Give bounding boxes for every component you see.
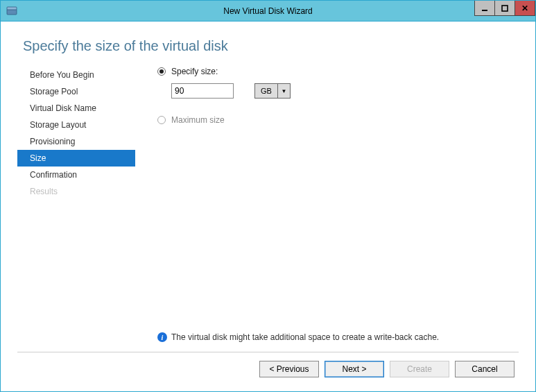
close-button[interactable]: ✕: [515, 1, 535, 16]
footer-separator: [17, 352, 519, 352]
unit-dropdown[interactable]: GB ▼: [254, 83, 291, 99]
svg-rect-1: [7, 7, 17, 10]
next-button[interactable]: Next >: [325, 361, 384, 377]
svg-rect-3: [502, 6, 508, 11]
sidebar-item-storage-pool[interactable]: Storage Pool: [17, 83, 135, 100]
sidebar-item-virtual-disk-name[interactable]: Virtual Disk Name: [17, 100, 135, 117]
sidebar-item-before-you-begin[interactable]: Before You Begin: [17, 67, 135, 83]
unit-label: GB: [254, 83, 278, 99]
sidebar-item-size[interactable]: Size: [17, 150, 135, 167]
titlebar[interactable]: New Virtual Disk Wizard ✕: [1, 1, 535, 22]
wizard-body: Before You Begin Storage Pool Virtual Di…: [17, 67, 519, 348]
info-icon: i: [157, 332, 167, 342]
size-input-row: GB ▼: [171, 83, 519, 99]
page-title: Specify the size of the virtual disk: [23, 38, 519, 54]
cancel-button[interactable]: Cancel: [455, 361, 515, 377]
close-icon: ✕: [521, 3, 528, 13]
sidebar-item-results: Results: [17, 183, 135, 200]
option-specify-size[interactable]: Specify size:: [157, 67, 519, 76]
radio-icon: [157, 116, 166, 124]
sidebar-item-storage-layout[interactable]: Storage Layout: [17, 117, 135, 133]
window-title: New Virtual Disk Wizard: [1, 6, 535, 16]
info-message: i The virtual disk might take additional…: [157, 332, 519, 342]
info-text: The virtual disk might take additional s…: [171, 332, 439, 342]
sidebar-item-confirmation[interactable]: Confirmation: [17, 167, 135, 183]
footer-buttons: < Previous Next > Create Cancel: [17, 361, 519, 382]
content-pane: Specify size: GB ▼ Maximum size i The vi…: [135, 67, 519, 348]
maximize-icon: [501, 5, 508, 12]
client-area: Specify the size of the virtual disk Bef…: [1, 22, 535, 391]
create-button: Create: [390, 361, 449, 377]
app-icon: [6, 6, 17, 17]
minimize-button[interactable]: [474, 1, 495, 16]
step-sidebar: Before You Begin Storage Pool Virtual Di…: [17, 67, 135, 348]
window-controls: ✕: [475, 1, 535, 16]
option-specify-label: Specify size:: [171, 67, 218, 76]
wizard-window: New Virtual Disk Wizard ✕ Specify the si…: [0, 0, 536, 392]
size-input[interactable]: [171, 83, 234, 99]
option-maximum-size[interactable]: Maximum size: [157, 115, 519, 125]
minimize-icon: [481, 5, 488, 12]
chevron-down-icon: ▼: [278, 83, 291, 99]
radio-icon: [157, 67, 166, 76]
option-maximum-label: Maximum size: [171, 115, 225, 125]
svg-rect-2: [482, 10, 487, 11]
sidebar-item-provisioning[interactable]: Provisioning: [17, 133, 135, 150]
previous-button[interactable]: < Previous: [259, 361, 319, 377]
maximize-button[interactable]: [494, 1, 515, 16]
